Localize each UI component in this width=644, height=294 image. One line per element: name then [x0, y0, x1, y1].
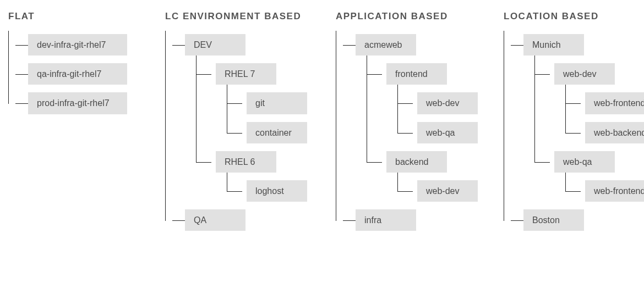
tree-node: RHEL 6 loghost [204, 151, 319, 202]
column-location: LOCATION BASED Munich web-dev [504, 11, 644, 231]
tree-node: DEV RHEL 7 git [173, 34, 319, 202]
tree-node: container [234, 122, 319, 143]
tree-node: acmeweb frontend web-dev [343, 34, 487, 202]
tree-node: git [234, 92, 319, 114]
diagram-columns: FLAT dev-infra-git-rhel7 qa-infra-git-rh… [8, 11, 636, 231]
tree-node: web-frontend [573, 180, 644, 202]
node-label: web-dev [554, 63, 615, 85]
node-label: Munich [523, 34, 584, 56]
node-label: web-frontend [585, 180, 644, 202]
node-label: dev-infra-git-rhel7 [28, 34, 127, 56]
column-flat: FLAT dev-infra-git-rhel7 qa-infra-git-rh… [8, 11, 149, 231]
column-heading: LOCATION BASED [504, 11, 644, 22]
tree-node: RHEL 7 git [204, 63, 319, 143]
tree-node: QA [173, 209, 319, 231]
column-lc-environment: LC ENVIRONMENT BASED DEV RHEL 7 [165, 11, 319, 231]
node-label: acmeweb [356, 34, 416, 56]
tree-node: web-qa [405, 122, 487, 143]
tree-node: web-dev [405, 92, 487, 114]
node-label: DEV [185, 34, 245, 56]
node-label: QA [185, 209, 245, 231]
column-application: APPLICATION BASED acmeweb frontend [336, 11, 487, 231]
tree-node: infra [343, 209, 487, 231]
node-label: web-backend [585, 122, 644, 143]
tree-node: web-backend [573, 122, 644, 143]
node-label: container [247, 122, 307, 143]
node-label: RHEL 7 [216, 63, 276, 85]
tree-node: web-qa web-frontend [542, 151, 644, 202]
tree-node: Boston [511, 209, 644, 231]
tree-node: web-dev web-frontend [542, 63, 644, 143]
node-label: Boston [523, 209, 584, 231]
tree-node: Munich web-dev web-fronten [511, 34, 644, 202]
node-label: qa-infra-git-rhel7 [28, 63, 127, 85]
tree-node: web-frontend [573, 92, 644, 114]
node-label: web-frontend [585, 92, 644, 114]
node-label: frontend [386, 63, 447, 85]
tree-node: qa-infra-git-rhel7 [16, 63, 149, 85]
node-label: web-dev [417, 92, 478, 114]
column-heading: FLAT [8, 11, 149, 22]
tree-node: dev-infra-git-rhel7 [16, 34, 149, 56]
node-label: web-dev [417, 180, 478, 202]
column-heading: APPLICATION BASED [336, 11, 487, 22]
tree-application: acmeweb frontend web-dev [336, 34, 487, 231]
tree-node: loghost [234, 180, 319, 202]
tree-node: frontend web-dev [374, 63, 487, 143]
column-heading: LC ENVIRONMENT BASED [165, 11, 319, 22]
tree-node: backend web-dev [374, 151, 487, 202]
tree-node: prod-infra-git-rhel7 [16, 92, 149, 114]
tree-location: Munich web-dev web-fronten [504, 34, 644, 231]
tree-node: web-dev [405, 180, 487, 202]
node-label: backend [386, 151, 447, 173]
node-label: git [247, 92, 307, 114]
node-label: web-qa [417, 122, 478, 143]
node-label: infra [356, 209, 416, 231]
node-label: web-qa [554, 151, 615, 173]
tree-lc: DEV RHEL 7 git [165, 34, 319, 231]
node-label: loghost [247, 180, 307, 202]
node-label: prod-infra-git-rhel7 [28, 92, 127, 114]
node-label: RHEL 6 [216, 151, 276, 173]
tree-flat: dev-infra-git-rhel7 qa-infra-git-rhel7 p… [8, 34, 149, 114]
